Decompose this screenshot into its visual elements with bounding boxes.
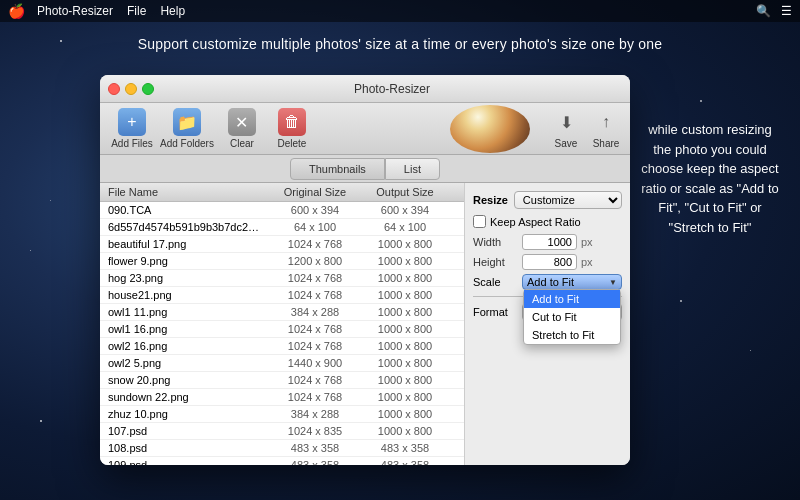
- resize-panel: Resize Customize Fit Keep Aspect Ratio W…: [465, 183, 630, 465]
- table-row[interactable]: hog 23.png1024 x 7681000 x 800: [100, 270, 464, 287]
- resize-title-row: Resize Customize Fit: [473, 191, 622, 209]
- cell-filename: owl2 5.png: [100, 357, 270, 369]
- toolbar: + Add Files 📁 Add Folders ✕ Clear 🗑 Dele…: [100, 103, 630, 155]
- cell-filename: sundown 22.png: [100, 391, 270, 403]
- scale-label: Scale: [473, 276, 518, 288]
- menubar-help[interactable]: Help: [160, 4, 185, 18]
- cell-original-size: 1024 x 768: [270, 340, 360, 352]
- col-header-output: Output Size: [360, 186, 450, 198]
- cell-output-size: 483 x 358: [360, 459, 450, 465]
- cell-output-size: 1000 x 800: [360, 306, 450, 318]
- col-header-name: File Name: [100, 186, 270, 198]
- cell-output-size: 1000 x 800: [360, 357, 450, 369]
- table-row[interactable]: 108.psd483 x 358483 x 358: [100, 440, 464, 457]
- format-label: Format: [473, 306, 518, 318]
- cell-filename: owl2 16.png: [100, 340, 270, 352]
- resize-label: Resize: [473, 194, 508, 206]
- keep-aspect-row: Keep Aspect Ratio: [473, 215, 622, 228]
- menubar-app[interactable]: Photo-Resizer: [37, 4, 113, 18]
- scale-option-add-to-fit[interactable]: Add to Fit: [524, 290, 620, 308]
- cell-original-size: 1440 x 900: [270, 357, 360, 369]
- scale-dropdown[interactable]: Add to Fit ▼ Add to Fit Cut to Fit Stret…: [522, 274, 622, 290]
- cell-filename: zhuz 10.png: [100, 408, 270, 420]
- save-label: Save: [555, 138, 578, 149]
- cell-filename: house21.png: [100, 289, 270, 301]
- cell-filename: owl1 11.png: [100, 306, 270, 318]
- titlebar: Photo-Resizer: [100, 75, 630, 103]
- menu-icon[interactable]: ☰: [781, 4, 792, 18]
- delete-button[interactable]: 🗑 Delete: [270, 108, 314, 149]
- table-row[interactable]: beautiful 17.png1024 x 7681000 x 800: [100, 236, 464, 253]
- file-list[interactable]: File Name Original Size Output Size 090.…: [100, 183, 465, 465]
- table-row[interactable]: owl1 16.png1024 x 7681000 x 800: [100, 321, 464, 338]
- table-row[interactable]: zhuz 10.png384 x 2881000 x 800: [100, 406, 464, 423]
- col-header-original: Original Size: [270, 186, 360, 198]
- table-row[interactable]: 107.psd1024 x 8351000 x 800: [100, 423, 464, 440]
- delete-label: Delete: [277, 138, 306, 149]
- table-row[interactable]: house21.png1024 x 7681000 x 800: [100, 287, 464, 304]
- width-input[interactable]: [522, 234, 577, 250]
- cell-original-size: 600 x 394: [270, 204, 360, 216]
- cell-output-size: 1000 x 800: [360, 238, 450, 250]
- cell-output-size: 1000 x 800: [360, 323, 450, 335]
- table-row[interactable]: flower 9.png1200 x 8001000 x 800: [100, 253, 464, 270]
- scale-option-stretch-to-fit[interactable]: Stretch to Fit: [524, 326, 620, 344]
- cell-filename: hog 23.png: [100, 272, 270, 284]
- maximize-button[interactable]: [142, 83, 154, 95]
- cell-original-size: 64 x 100: [270, 221, 360, 233]
- cell-original-size: 1024 x 835: [270, 425, 360, 437]
- menubar: 🍎 Photo-Resizer File Help 🔍 ☰: [0, 0, 800, 22]
- close-button[interactable]: [108, 83, 120, 95]
- resize-mode-select[interactable]: Customize Fit: [514, 191, 622, 209]
- table-row[interactable]: 6d557d4574b591b9b3b7dc2c.gif64 x 10064 x…: [100, 219, 464, 236]
- scale-dropdown-popup: Add to Fit Cut to Fit Stretch to Fit: [523, 289, 621, 345]
- cell-output-size: 1000 x 800: [360, 374, 450, 386]
- cell-output-size: 1000 x 800: [360, 340, 450, 352]
- table-row[interactable]: owl2 16.png1024 x 7681000 x 800: [100, 338, 464, 355]
- cell-output-size: 1000 x 800: [360, 272, 450, 284]
- tabbar: Thumbnails List: [100, 155, 630, 183]
- tab-thumbnails[interactable]: Thumbnails: [290, 158, 385, 180]
- cell-original-size: 483 x 358: [270, 442, 360, 454]
- height-input[interactable]: [522, 254, 577, 270]
- apple-menu[interactable]: 🍎: [8, 3, 25, 19]
- main-content: File Name Original Size Output Size 090.…: [100, 183, 630, 465]
- cell-output-size: 1000 x 800: [360, 425, 450, 437]
- cell-original-size: 1024 x 768: [270, 289, 360, 301]
- add-files-button[interactable]: + Add Files: [110, 108, 154, 149]
- cell-filename: flower 9.png: [100, 255, 270, 267]
- table-row[interactable]: sundown 22.png1024 x 7681000 x 800: [100, 389, 464, 406]
- table-row[interactable]: owl1 11.png384 x 2881000 x 800: [100, 304, 464, 321]
- cell-filename: 6d557d4574b591b9b3b7dc2c.gif: [100, 221, 270, 233]
- cell-original-size: 384 x 288: [270, 408, 360, 420]
- cell-output-size: 1000 x 800: [360, 391, 450, 403]
- cell-original-size: 483 x 358: [270, 459, 360, 465]
- share-button[interactable]: ↑ Share: [592, 108, 620, 149]
- add-folders-button[interactable]: 📁 Add Folders: [160, 108, 214, 149]
- menubar-file[interactable]: File: [127, 4, 146, 18]
- keep-aspect-checkbox[interactable]: [473, 215, 486, 228]
- table-row[interactable]: 090.TCA600 x 394600 x 394: [100, 202, 464, 219]
- save-button[interactable]: ⬇ Save: [552, 108, 580, 149]
- table-row[interactable]: 109.psd483 x 358483 x 358: [100, 457, 464, 465]
- cell-original-size: 1024 x 768: [270, 238, 360, 250]
- cell-filename: beautiful 17.png: [100, 238, 270, 250]
- file-rows-container: 090.TCA600 x 394600 x 3946d557d4574b591b…: [100, 202, 464, 465]
- cell-filename: owl1 16.png: [100, 323, 270, 335]
- clear-button[interactable]: ✕ Clear: [220, 108, 264, 149]
- cell-original-size: 1024 x 768: [270, 391, 360, 403]
- cell-filename: 107.psd: [100, 425, 270, 437]
- height-px: px: [581, 256, 593, 268]
- width-row: Width px: [473, 234, 622, 250]
- cell-original-size: 1024 x 768: [270, 374, 360, 386]
- scale-option-cut-to-fit[interactable]: Cut to Fit: [524, 308, 620, 326]
- search-icon[interactable]: 🔍: [756, 4, 771, 18]
- minimize-button[interactable]: [125, 83, 137, 95]
- table-row[interactable]: snow 20.png1024 x 7681000 x 800: [100, 372, 464, 389]
- sphere-decoration: [450, 105, 530, 153]
- table-row[interactable]: owl2 5.png1440 x 9001000 x 800: [100, 355, 464, 372]
- clear-icon: ✕: [228, 108, 256, 136]
- tab-list[interactable]: List: [385, 158, 440, 180]
- share-icon: ↑: [592, 108, 620, 136]
- cell-original-size: 384 x 288: [270, 306, 360, 318]
